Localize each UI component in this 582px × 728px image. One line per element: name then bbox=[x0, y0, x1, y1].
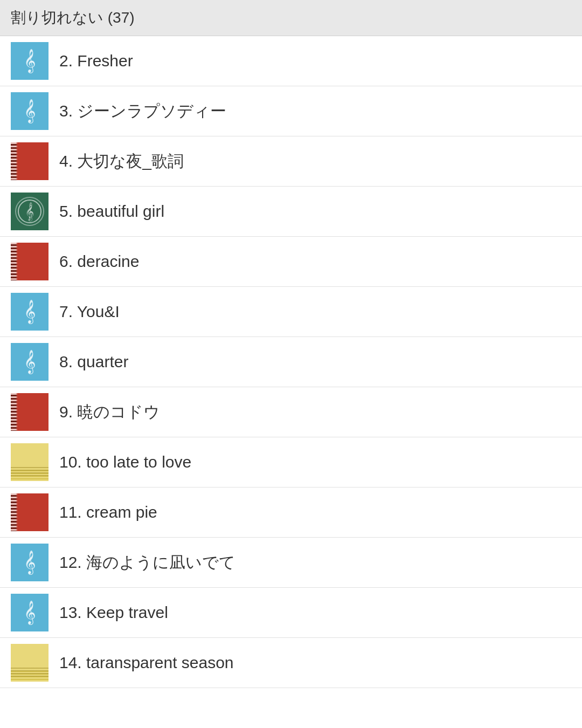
album-art: 𝄞 bbox=[11, 92, 48, 130]
song-title: 8. quarter bbox=[59, 353, 128, 371]
list-item[interactable]: 𝄞2. Fresher bbox=[0, 36, 582, 86]
album-art: 𝄞 bbox=[11, 343, 48, 381]
album-art: 𝄞 bbox=[11, 42, 48, 80]
song-title: 6. deracine bbox=[59, 252, 139, 271]
album-art bbox=[11, 644, 48, 682]
list-item[interactable]: 𝄞5. beautiful girl bbox=[0, 187, 582, 237]
song-title: 10. too late to love bbox=[59, 453, 191, 471]
list-item[interactable]: 𝄞8. quarter bbox=[0, 337, 582, 387]
song-title: 11. cream pie bbox=[59, 503, 157, 521]
list-item[interactable]: 11. cream pie bbox=[0, 487, 582, 538]
song-title: 3. ジーンラプソディー bbox=[59, 100, 226, 122]
song-title: 4. 大切な夜_歌詞 bbox=[59, 150, 184, 173]
album-art bbox=[11, 393, 48, 431]
song-title: 12. 海のように凪いでて bbox=[59, 552, 235, 574]
song-title: 13. Keep travel bbox=[59, 603, 168, 622]
album-art: 𝄞 bbox=[11, 293, 48, 331]
album-art: 𝄞 bbox=[11, 544, 48, 581]
list-item[interactable]: 𝄞7. You&I bbox=[0, 287, 582, 337]
album-art bbox=[11, 142, 48, 180]
list-item[interactable]: 10. too late to love bbox=[0, 437, 582, 487]
list-item[interactable]: 𝄞13. Keep travel bbox=[0, 588, 582, 638]
album-art bbox=[11, 443, 48, 481]
list-item[interactable]: 9. 暁のコドウ bbox=[0, 387, 582, 437]
song-title: 9. 暁のコドウ bbox=[59, 401, 160, 423]
album-art bbox=[11, 493, 48, 531]
album-art bbox=[11, 243, 48, 280]
list-item[interactable]: 14. taransparent season bbox=[0, 638, 582, 688]
list-item[interactable]: 4. 大切な夜_歌詞 bbox=[0, 136, 582, 187]
song-title: 2. Fresher bbox=[59, 52, 133, 70]
list-item[interactable]: 6. deracine bbox=[0, 237, 582, 287]
song-title: 14. taransparent season bbox=[59, 654, 234, 672]
list-item[interactable]: 𝄞3. ジーンラプソディー bbox=[0, 86, 582, 136]
song-title: 5. beautiful girl bbox=[59, 202, 164, 221]
album-art: 𝄞 bbox=[11, 193, 48, 230]
list-item[interactable]: 𝄞12. 海のように凪いでて bbox=[0, 538, 582, 588]
album-art: 𝄞 bbox=[11, 594, 48, 631]
song-list: 𝄞2. Fresher𝄞3. ジーンラプソディー4. 大切な夜_歌詞𝄞5. be… bbox=[0, 36, 582, 688]
song-title: 7. You&I bbox=[59, 303, 120, 321]
section-header: 割り切れない (37) bbox=[0, 0, 582, 36]
